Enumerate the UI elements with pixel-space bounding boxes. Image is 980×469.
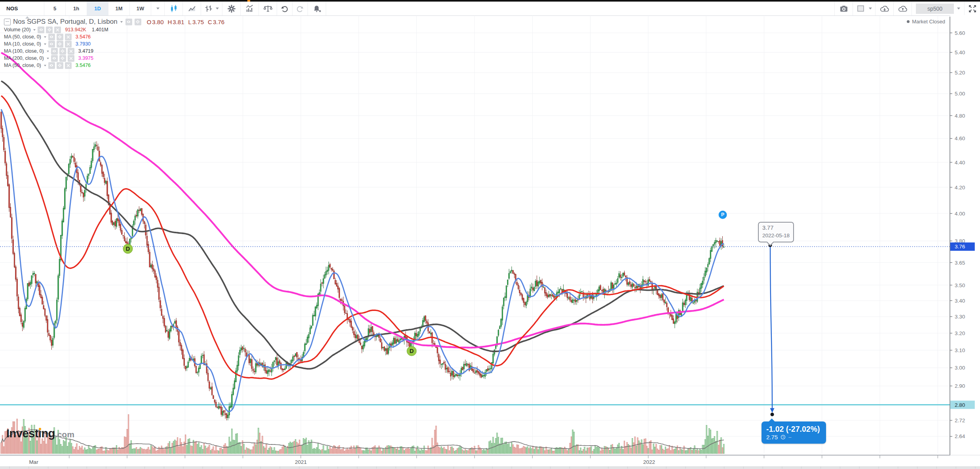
price-chart-canvas[interactable]: DDP5.605.405.205.004.804.604.404.204.003… — [0, 15, 980, 469]
indicator-row: MA (50, close, 0)3.5476 — [4, 33, 224, 40]
symbol-button[interactable]: NOS — [0, 2, 44, 15]
tooltip-date: 2022-05-18 — [762, 232, 790, 239]
chevron-down-icon[interactable] — [957, 8, 960, 10]
indicator-label[interactable]: Volume (20) — [4, 27, 30, 32]
svg-text:4.80: 4.80 — [955, 113, 965, 119]
ma-10-line[interactable] — [1, 109, 724, 412]
chevron-down-icon[interactable] — [33, 29, 36, 31]
collapse-legend-icon[interactable] — [4, 19, 11, 25]
remove-indicator-button[interactable] — [68, 48, 74, 55]
layout-button[interactable] — [853, 2, 875, 15]
indicators-button[interactable] — [241, 2, 259, 15]
interval-1d[interactable]: 1D — [87, 2, 108, 15]
settings-button[interactable] — [59, 55, 66, 62]
settings-button[interactable] — [57, 34, 63, 40]
settings-button[interactable] — [135, 19, 141, 25]
indicator-label[interactable]: MA (10, close, 0) — [4, 41, 41, 47]
chevron-down-icon[interactable] — [47, 50, 49, 52]
price-tooltip-callout[interactable]: 3.77 2022-05-18 — [758, 222, 794, 242]
fullscreen-button[interactable] — [964, 2, 980, 15]
remove-indicator-button[interactable] — [54, 27, 61, 33]
svg-text:3.76: 3.76 — [955, 244, 965, 250]
interval-1h[interactable]: 1h — [66, 2, 87, 15]
last-price-tag: 3.76 — [950, 242, 975, 251]
redo-button[interactable] — [292, 2, 308, 15]
svg-text:2.64: 2.64 — [955, 433, 965, 439]
interval-1w[interactable]: 1W — [130, 2, 151, 15]
chevron-down-icon[interactable] — [44, 65, 46, 66]
eye-icon — [39, 27, 44, 32]
indicator-value: 1.401M — [92, 27, 108, 32]
watchlist-field: sp500 — [912, 2, 964, 15]
watchlist-symbol-input[interactable]: sp500 — [916, 4, 954, 14]
visibility-toggle-button[interactable] — [51, 48, 58, 55]
settings-button[interactable] — [59, 48, 66, 55]
dividend-marker[interactable]: D — [123, 244, 133, 254]
indicator-label[interactable]: MA (50, close, 0) — [4, 63, 41, 68]
visibility-toggle-button[interactable] — [48, 62, 55, 69]
load-chart-button[interactable] — [875, 2, 893, 15]
eye-icon — [52, 49, 57, 53]
chevron-down-icon[interactable] — [44, 36, 46, 38]
compare-button[interactable] — [259, 2, 277, 15]
settings-button[interactable] — [46, 27, 53, 33]
indicator-value: 3.7930 — [76, 41, 91, 47]
ohlc-low: L3.75 — [188, 19, 204, 25]
remove-indicator-button[interactable] — [65, 34, 72, 40]
undo-button[interactable] — [277, 2, 292, 15]
chevron-down-icon[interactable] — [120, 21, 122, 23]
ma-100-line[interactable] — [1, 81, 724, 369]
price-axis[interactable]: 5.605.405.205.004.804.604.404.204.003.80… — [950, 15, 980, 456]
save-chart-button[interactable] — [893, 2, 912, 15]
gear-icon — [227, 4, 236, 13]
interval-dropdown[interactable] — [151, 2, 165, 15]
close-icon — [66, 42, 70, 46]
indicator-label[interactable]: MA (50, close, 0) — [4, 34, 41, 40]
visibility-toggle-button[interactable] — [125, 19, 132, 25]
indicator-row: MA (100, close, 0)3.4719 — [4, 48, 224, 55]
instrument-title[interactable]: Nos SGPS SA, Portugal, D, Lisbon — [13, 18, 118, 26]
indicator-label[interactable]: MA (100, close, 0) — [4, 48, 44, 54]
remove-indicator-button[interactable] — [65, 41, 72, 48]
measure-line[interactable] — [769, 244, 775, 416]
bottom-scroll-strip[interactable] — [0, 466, 980, 469]
measure-result-callout[interactable]: -1.02 (-27.02%) 2.75 – — [762, 421, 826, 444]
settings-button[interactable] — [57, 62, 63, 69]
remove-indicator-button[interactable] — [65, 62, 72, 69]
indicator-rows: Volume (20)913.942K1.401MMA (50, close, … — [4, 26, 224, 69]
chevron-down-icon[interactable] — [44, 43, 46, 45]
svg-text:5.60: 5.60 — [955, 30, 965, 36]
settings-button[interactable] — [57, 41, 63, 48]
chart-settings-button[interactable] — [222, 2, 241, 15]
interval-1m[interactable]: 1M — [108, 2, 130, 15]
market-status: Market Closed — [907, 19, 945, 25]
indicator-row: MA (50, close, 0)3.5476 — [4, 62, 224, 69]
chevron-down-icon — [216, 8, 219, 10]
visibility-toggle-button[interactable] — [48, 41, 55, 48]
time-axis[interactable]: Mar20212022 — [0, 455, 980, 465]
cloud-download-icon — [879, 4, 890, 13]
chevron-down-icon[interactable] — [47, 57, 49, 59]
visibility-toggle-button[interactable] — [48, 34, 55, 40]
ohlc-open: O3.80 — [147, 19, 164, 25]
snapshot-button[interactable] — [834, 2, 853, 15]
svg-text:4.00: 4.00 — [955, 211, 965, 217]
indicator-row: MA (200, close, 0)3.3975 — [4, 55, 224, 62]
camera-icon — [839, 4, 849, 13]
visibility-toggle-button[interactable] — [51, 55, 58, 62]
chart-style-candles-button[interactable] — [165, 2, 183, 15]
gear-icon — [60, 56, 65, 61]
fullscreen-icon — [968, 4, 977, 13]
chart-style-bars-button[interactable] — [201, 2, 222, 15]
interval-5m[interactable]: 5 — [44, 2, 66, 15]
visibility-toggle-button[interactable] — [38, 27, 44, 33]
alert-button[interactable] — [308, 2, 326, 15]
dividend-marker[interactable]: D — [407, 346, 416, 356]
chart-style-line-button[interactable] — [183, 2, 201, 15]
measure-price: 2.75 — [766, 434, 778, 440]
ma-200-line[interactable] — [1, 53, 724, 348]
indicators-icon — [245, 4, 254, 13]
remove-indicator-button[interactable] — [68, 55, 74, 62]
position-marker[interactable]: P — [719, 211, 727, 219]
indicator-label[interactable]: MA (200, close, 0) — [4, 55, 44, 61]
